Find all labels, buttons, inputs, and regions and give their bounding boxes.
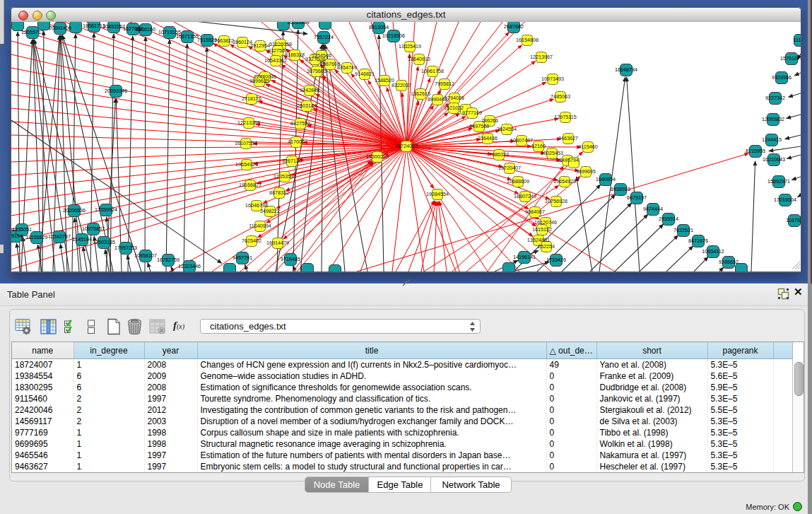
svg-text:8427552: 8427552: [290, 120, 310, 127]
svg-text:1335051: 1335051: [12, 226, 32, 233]
svg-text:7357224: 7357224: [314, 34, 334, 40]
svg-text:3267130: 3267130: [282, 158, 302, 164]
svg-text:1615152: 1615152: [532, 226, 552, 233]
svg-text:746266: 746266: [481, 117, 498, 124]
svg-text:3960124: 3960124: [233, 39, 252, 45]
svg-text:10853267: 10853267: [102, 23, 125, 30]
svg-text:10688609: 10688609: [507, 178, 529, 185]
svg-text:9146821: 9146821: [355, 71, 375, 77]
svg-text:18495794: 18495794: [556, 157, 579, 163]
svg-text:15692971: 15692971: [767, 178, 790, 185]
svg-text:8186328: 8186328: [285, 52, 305, 58]
svg-text:12055713: 12055713: [21, 29, 44, 35]
svg-text:39154: 39154: [11, 233, 23, 239]
svg-text:10975857: 10975857: [82, 226, 105, 232]
svg-text:1254546: 1254546: [312, 52, 331, 59]
svg-text:12093832: 12093832: [762, 116, 784, 122]
svg-text:13524851: 13524851: [527, 237, 550, 243]
svg-text:3624554: 3624554: [497, 126, 517, 132]
svg-text:7663822: 7663822: [214, 37, 234, 44]
svg-text:19166827: 19166827: [239, 182, 261, 188]
svg-text:10756928: 10756928: [545, 198, 567, 204]
svg-text:13325419: 13325419: [399, 43, 421, 49]
svg-text:18724007: 18724007: [395, 143, 418, 149]
svg-text:8471676: 8471676: [688, 238, 708, 244]
svg-text:20053346: 20053346: [105, 88, 127, 94]
svg-text:15720407: 15720407: [498, 165, 521, 171]
svg-text:3912954: 3912954: [250, 42, 270, 49]
svg-text:18300295: 18300295: [366, 153, 389, 160]
svg-text:8813054: 8813054: [369, 24, 389, 30]
svg-text:18640910: 18640910: [408, 56, 430, 62]
svg-text:10671355: 10671355: [176, 33, 199, 40]
svg-text:16033809: 16033809: [287, 22, 310, 25]
svg-text:6794028: 6794028: [445, 95, 464, 101]
svg-text:12353594: 12353594: [273, 173, 296, 180]
svg-text:20206536: 20206536: [63, 207, 86, 214]
svg-text:2935514: 2935514: [659, 216, 678, 222]
svg-text:20691406: 20691406: [49, 25, 71, 31]
svg-text:16782759: 16782759: [157, 257, 180, 263]
svg-text:17016504: 17016504: [774, 197, 796, 203]
svg-text:9899635: 9899635: [249, 78, 269, 84]
svg-text:19654923: 19654923: [553, 178, 576, 185]
svg-text:8878332: 8878332: [269, 189, 289, 196]
svg-text:9474444: 9474444: [643, 206, 663, 212]
svg-text:2718176: 2718176: [242, 95, 261, 102]
svg-text:116753: 116753: [786, 217, 801, 223]
svg-text:18807249: 18807249: [514, 193, 536, 199]
svg-text:19384554: 19384554: [426, 191, 449, 197]
svg-text:3875685: 3875685: [307, 68, 326, 74]
svg-text:53226058: 53226058: [269, 41, 292, 47]
svg-text:7955812: 7955812: [435, 81, 454, 87]
svg-text:1621022: 1621022: [444, 105, 464, 111]
svg-text:7986322: 7986322: [489, 151, 509, 158]
svg-text:12342737: 12342737: [48, 233, 71, 240]
svg-text:9463627: 9463627: [558, 135, 578, 141]
svg-text:9242848: 9242848: [300, 87, 319, 93]
svg-text:11640994: 11640994: [249, 223, 271, 229]
svg-text:16648784: 16648784: [615, 66, 637, 73]
svg-text:12213967: 12213967: [530, 54, 553, 60]
svg-text:17957253: 17957253: [114, 245, 137, 251]
svg-text:252254: 252254: [538, 243, 555, 250]
svg-text:8322037: 8322037: [392, 82, 411, 88]
svg-text:1244415: 1244415: [762, 136, 782, 143]
svg-text:1733426: 1733426: [546, 257, 566, 263]
svg-text:9329966: 9329966: [772, 74, 792, 81]
svg-text:17359924: 17359924: [95, 206, 117, 213]
svg-text:417006: 417006: [288, 139, 305, 145]
svg-text:9699695: 9699695: [576, 168, 596, 175]
svg-text:9457791: 9457791: [233, 255, 252, 261]
svg-text:7632621: 7632621: [673, 227, 693, 233]
svg-text:8215955: 8215955: [746, 148, 765, 154]
svg-text:10025453: 10025453: [541, 150, 563, 156]
svg-text:12213369: 12213369: [237, 119, 260, 126]
svg-text:12503135: 12503135: [93, 239, 115, 245]
svg-text:9227342: 9227342: [765, 95, 785, 101]
svg-text:6679197: 6679197: [627, 194, 647, 201]
svg-text:14196141: 14196141: [513, 254, 536, 260]
svg-text:16120746: 16120746: [534, 219, 557, 226]
svg-text:6497568: 6497568: [469, 123, 489, 129]
svg-text:7625402: 7625402: [242, 238, 261, 244]
svg-text:62160: 62160: [531, 143, 546, 149]
svg-text:11123: 11123: [794, 37, 801, 43]
svg-text:16914479: 16914479: [266, 240, 289, 246]
svg-text:19654923: 19654923: [235, 161, 258, 168]
svg-text:9716485: 9716485: [281, 256, 300, 262]
svg-text:2803144: 2803144: [297, 103, 317, 109]
svg-text:3498222: 3498222: [260, 208, 280, 214]
svg-text:10807487: 10807487: [510, 137, 533, 144]
svg-text:12975115: 12975115: [554, 114, 576, 120]
svg-text:11156829: 11156829: [26, 234, 48, 240]
svg-text:9115460: 9115460: [578, 144, 597, 150]
svg-text:7485063: 7485063: [551, 93, 570, 100]
svg-text:8938923: 8938923: [611, 186, 630, 192]
svg-text:10654112: 10654112: [702, 248, 724, 255]
svg-text:12323446: 12323446: [178, 263, 201, 269]
svg-text:6966160: 6966160: [136, 26, 155, 33]
svg-text:2364436: 2364436: [478, 135, 498, 141]
svg-text:10961758: 10961758: [421, 68, 444, 74]
svg-text:15751074: 15751074: [780, 55, 801, 62]
